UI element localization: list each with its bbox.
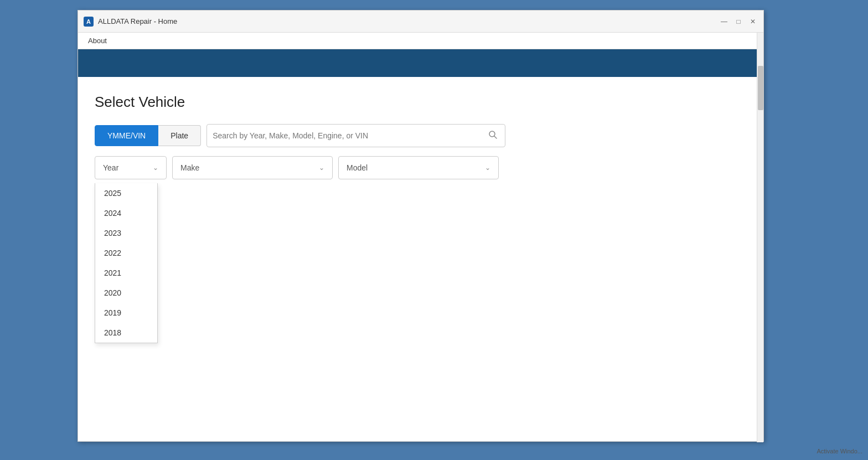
year-dropdown[interactable]: Year ⌄ [95,156,167,179]
window-scrollbar[interactable] [757,33,763,442]
about-menu-item[interactable]: About [84,34,111,47]
activate-windows-text: Activate Windo... [817,448,862,454]
year-list-scroll[interactable]: 20252024202320222021202020192018 [95,183,157,343]
search-input-wrap [206,124,505,147]
search-input[interactable] [213,131,486,140]
year-list-item[interactable]: 2025 [95,183,157,203]
menu-bar: About [78,33,763,49]
make-dropdown-label: Make [180,163,199,172]
year-list-item[interactable]: 2019 [95,303,157,323]
header-band [78,49,763,77]
year-list-item[interactable]: 2020 [95,283,157,303]
main-content: Select Vehicle YMME/VIN Plate [78,77,763,441]
title-bar: A ALLDATA Repair - Home — □ ✕ [78,11,763,33]
svg-line-1 [494,136,497,138]
vehicle-search-row: YMME/VIN Plate [95,124,747,147]
year-list-item[interactable]: 2023 [95,223,157,243]
window-controls: — □ ✕ [719,17,758,27]
year-list-item[interactable]: 2018 [95,323,157,343]
chevron-down-icon: ⌄ [485,164,490,172]
year-dropdown-list: 20252024202320222021202020192018 [95,183,158,343]
year-dropdown-label: Year [103,163,118,172]
search-button[interactable] [486,130,499,141]
close-button[interactable]: ✕ [748,17,758,27]
dropdowns-row: Year ⌄ Make ⌄ Model ⌄ [95,156,747,179]
make-dropdown[interactable]: Make ⌄ [172,156,333,179]
app-window: A ALLDATA Repair - Home — □ ✕ About Sele… [78,10,764,442]
year-list-item[interactable]: 2024 [95,203,157,223]
scrollbar-thumb [758,66,763,110]
search-icon [488,130,497,139]
chevron-down-icon: ⌄ [153,164,158,172]
window-title: ALLDATA Repair - Home [98,17,177,25]
tab-plate[interactable]: Plate [158,125,201,146]
maximize-button[interactable]: □ [733,17,743,27]
year-list-item[interactable]: 2021 [95,263,157,283]
model-dropdown[interactable]: Model ⌄ [338,156,499,179]
model-dropdown-label: Model [347,163,368,172]
year-list-item[interactable]: 2022 [95,243,157,263]
chevron-down-icon: ⌄ [319,164,324,172]
app-icon: A [84,17,94,27]
minimize-button[interactable]: — [719,17,729,27]
page-title: Select Vehicle [95,94,747,111]
tab-ymme-vin[interactable]: YMME/VIN [95,125,158,146]
